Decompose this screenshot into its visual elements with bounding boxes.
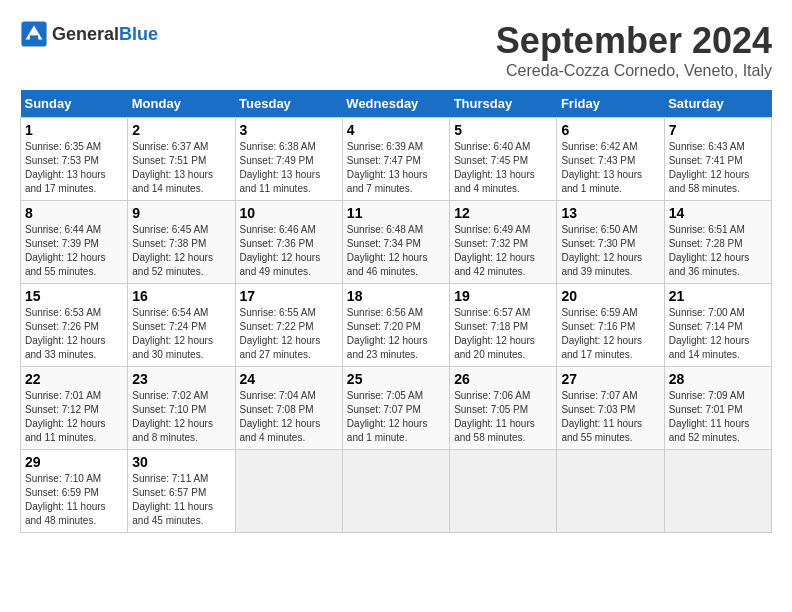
day-info: Sunrise: 6:40 AMSunset: 7:45 PMDaylight:… (454, 140, 552, 196)
day-info: Sunrise: 6:45 AMSunset: 7:38 PMDaylight:… (132, 223, 230, 279)
day-info: Sunrise: 7:07 AMSunset: 7:03 PMDaylight:… (561, 389, 659, 445)
table-cell: 30Sunrise: 7:11 AMSunset: 6:57 PMDayligh… (128, 450, 235, 533)
header-wednesday: Wednesday (342, 90, 449, 118)
day-info: Sunrise: 7:11 AMSunset: 6:57 PMDaylight:… (132, 472, 230, 528)
calendar-row: 1Sunrise: 6:35 AMSunset: 7:53 PMDaylight… (21, 118, 772, 201)
day-info: Sunrise: 6:35 AMSunset: 7:53 PMDaylight:… (25, 140, 123, 196)
table-cell: 16Sunrise: 6:54 AMSunset: 7:24 PMDayligh… (128, 284, 235, 367)
header-thursday: Thursday (450, 90, 557, 118)
day-info: Sunrise: 6:49 AMSunset: 7:32 PMDaylight:… (454, 223, 552, 279)
day-number: 1 (25, 122, 123, 138)
calendar-body: 1Sunrise: 6:35 AMSunset: 7:53 PMDaylight… (21, 118, 772, 533)
logo: GeneralBlue (20, 20, 158, 48)
table-cell: 9Sunrise: 6:45 AMSunset: 7:38 PMDaylight… (128, 201, 235, 284)
day-info: Sunrise: 7:01 AMSunset: 7:12 PMDaylight:… (25, 389, 123, 445)
day-info: Sunrise: 6:39 AMSunset: 7:47 PMDaylight:… (347, 140, 445, 196)
day-number: 20 (561, 288, 659, 304)
day-info: Sunrise: 6:53 AMSunset: 7:26 PMDaylight:… (25, 306, 123, 362)
month-year: September 2024 (496, 20, 772, 62)
day-info: Sunrise: 6:54 AMSunset: 7:24 PMDaylight:… (132, 306, 230, 362)
table-cell: 27Sunrise: 7:07 AMSunset: 7:03 PMDayligh… (557, 367, 664, 450)
day-info: Sunrise: 6:57 AMSunset: 7:18 PMDaylight:… (454, 306, 552, 362)
table-cell: 3Sunrise: 6:38 AMSunset: 7:49 PMDaylight… (235, 118, 342, 201)
logo-icon (20, 20, 48, 48)
day-number: 10 (240, 205, 338, 221)
table-cell: 5Sunrise: 6:40 AMSunset: 7:45 PMDaylight… (450, 118, 557, 201)
title-section: September 2024 Cereda-Cozza Cornedo, Ven… (496, 20, 772, 80)
day-number: 29 (25, 454, 123, 470)
table-cell: 13Sunrise: 6:50 AMSunset: 7:30 PMDayligh… (557, 201, 664, 284)
table-cell: 14Sunrise: 6:51 AMSunset: 7:28 PMDayligh… (664, 201, 771, 284)
calendar-row: 29Sunrise: 7:10 AMSunset: 6:59 PMDayligh… (21, 450, 772, 533)
header-monday: Monday (128, 90, 235, 118)
table-cell: 4Sunrise: 6:39 AMSunset: 7:47 PMDaylight… (342, 118, 449, 201)
table-cell: 25Sunrise: 7:05 AMSunset: 7:07 PMDayligh… (342, 367, 449, 450)
calendar-row: 22Sunrise: 7:01 AMSunset: 7:12 PMDayligh… (21, 367, 772, 450)
header-sunday: Sunday (21, 90, 128, 118)
calendar-header: Sunday Monday Tuesday Wednesday Thursday… (21, 90, 772, 118)
table-cell: 7Sunrise: 6:43 AMSunset: 7:41 PMDaylight… (664, 118, 771, 201)
day-number: 18 (347, 288, 445, 304)
day-number: 3 (240, 122, 338, 138)
table-cell: 18Sunrise: 6:56 AMSunset: 7:20 PMDayligh… (342, 284, 449, 367)
day-number: 25 (347, 371, 445, 387)
day-number: 7 (669, 122, 767, 138)
day-number: 28 (669, 371, 767, 387)
day-number: 6 (561, 122, 659, 138)
table-cell: 20Sunrise: 6:59 AMSunset: 7:16 PMDayligh… (557, 284, 664, 367)
day-number: 16 (132, 288, 230, 304)
day-info: Sunrise: 6:51 AMSunset: 7:28 PMDaylight:… (669, 223, 767, 279)
day-number: 30 (132, 454, 230, 470)
day-number: 12 (454, 205, 552, 221)
table-cell: 29Sunrise: 7:10 AMSunset: 6:59 PMDayligh… (21, 450, 128, 533)
table-cell: 2Sunrise: 6:37 AMSunset: 7:51 PMDaylight… (128, 118, 235, 201)
table-cell: 21Sunrise: 7:00 AMSunset: 7:14 PMDayligh… (664, 284, 771, 367)
table-cell (450, 450, 557, 533)
day-info: Sunrise: 7:10 AMSunset: 6:59 PMDaylight:… (25, 472, 123, 528)
table-cell (342, 450, 449, 533)
day-number: 5 (454, 122, 552, 138)
day-number: 17 (240, 288, 338, 304)
day-info: Sunrise: 6:59 AMSunset: 7:16 PMDaylight:… (561, 306, 659, 362)
day-info: Sunrise: 7:00 AMSunset: 7:14 PMDaylight:… (669, 306, 767, 362)
header-tuesday: Tuesday (235, 90, 342, 118)
table-cell: 26Sunrise: 7:06 AMSunset: 7:05 PMDayligh… (450, 367, 557, 450)
day-number: 14 (669, 205, 767, 221)
day-info: Sunrise: 6:48 AMSunset: 7:34 PMDaylight:… (347, 223, 445, 279)
calendar-row: 8Sunrise: 6:44 AMSunset: 7:39 PMDaylight… (21, 201, 772, 284)
day-info: Sunrise: 6:50 AMSunset: 7:30 PMDaylight:… (561, 223, 659, 279)
day-number: 15 (25, 288, 123, 304)
day-number: 23 (132, 371, 230, 387)
svg-rect-2 (30, 35, 38, 41)
day-info: Sunrise: 7:02 AMSunset: 7:10 PMDaylight:… (132, 389, 230, 445)
table-cell: 1Sunrise: 6:35 AMSunset: 7:53 PMDaylight… (21, 118, 128, 201)
day-info: Sunrise: 6:55 AMSunset: 7:22 PMDaylight:… (240, 306, 338, 362)
day-info: Sunrise: 6:37 AMSunset: 7:51 PMDaylight:… (132, 140, 230, 196)
day-info: Sunrise: 6:56 AMSunset: 7:20 PMDaylight:… (347, 306, 445, 362)
day-info: Sunrise: 6:38 AMSunset: 7:49 PMDaylight:… (240, 140, 338, 196)
day-number: 19 (454, 288, 552, 304)
table-cell: 12Sunrise: 6:49 AMSunset: 7:32 PMDayligh… (450, 201, 557, 284)
logo-general-text: General (52, 24, 119, 44)
table-cell: 19Sunrise: 6:57 AMSunset: 7:18 PMDayligh… (450, 284, 557, 367)
table-cell (664, 450, 771, 533)
table-cell: 17Sunrise: 6:55 AMSunset: 7:22 PMDayligh… (235, 284, 342, 367)
table-cell: 28Sunrise: 7:09 AMSunset: 7:01 PMDayligh… (664, 367, 771, 450)
table-cell: 24Sunrise: 7:04 AMSunset: 7:08 PMDayligh… (235, 367, 342, 450)
day-number: 13 (561, 205, 659, 221)
table-cell (235, 450, 342, 533)
header: GeneralBlue September 2024 Cereda-Cozza … (20, 20, 772, 80)
logo-blue-text: Blue (119, 24, 158, 44)
day-number: 8 (25, 205, 123, 221)
location: Cereda-Cozza Cornedo, Veneto, Italy (496, 62, 772, 80)
day-number: 9 (132, 205, 230, 221)
day-info: Sunrise: 6:46 AMSunset: 7:36 PMDaylight:… (240, 223, 338, 279)
day-info: Sunrise: 6:43 AMSunset: 7:41 PMDaylight:… (669, 140, 767, 196)
day-number: 2 (132, 122, 230, 138)
day-info: Sunrise: 7:09 AMSunset: 7:01 PMDaylight:… (669, 389, 767, 445)
day-number: 22 (25, 371, 123, 387)
day-number: 27 (561, 371, 659, 387)
table-cell: 23Sunrise: 7:02 AMSunset: 7:10 PMDayligh… (128, 367, 235, 450)
header-friday: Friday (557, 90, 664, 118)
day-info: Sunrise: 7:04 AMSunset: 7:08 PMDaylight:… (240, 389, 338, 445)
